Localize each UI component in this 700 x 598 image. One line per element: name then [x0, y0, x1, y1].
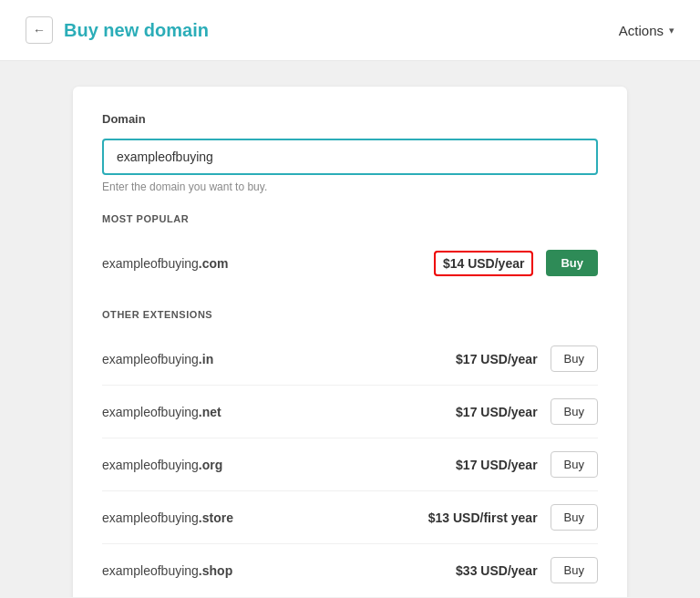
popular-domain-row: exampleofbuying.com $14 USD/year Buy [102, 237, 598, 289]
other-extensions-label: OTHER EXTENSIONS [102, 309, 598, 320]
other-domain-name: exampleofbuying.in [102, 352, 213, 366]
most-popular-label: MOST POPULAR [102, 213, 598, 224]
other-domain-row-right: $17 USD/yearBuy [456, 451, 598, 478]
top-bar-left: ← Buy new domain [26, 16, 209, 44]
other-domain-name: exampleofbuying.shop [102, 563, 232, 578]
other-domain-price: $17 USD/year [456, 405, 538, 419]
page-title: Buy new domain [64, 20, 209, 41]
other-domain-name: exampleofbuying.store [102, 510, 233, 525]
other-domain-row-right: $33 USD/yearBuy [456, 557, 598, 583]
domain-input-hint: Enter the domain you want to buy. [102, 180, 598, 193]
other-domain-row: exampleofbuying.org$17 USD/yearBuy [102, 438, 598, 491]
other-domain-price: $13 USD/first year [428, 510, 538, 525]
actions-label: Actions [619, 23, 664, 38]
other-domain-row-right: $17 USD/yearBuy [456, 398, 598, 425]
other-buy-button[interactable]: Buy [551, 504, 598, 531]
domain-section-label: Domain [102, 112, 598, 126]
other-domain-row: exampleofbuying.net$17 USD/yearBuy [102, 386, 598, 438]
popular-section: MOST POPULAR exampleofbuying.com $14 USD… [102, 213, 598, 289]
other-domain-price: $17 USD/year [456, 352, 538, 366]
other-domain-row: exampleofbuying.in$17 USD/yearBuy [102, 333, 598, 386]
other-domain-name: exampleofbuying.org [102, 458, 222, 472]
popular-domain-price: $14 USD/year [434, 251, 534, 276]
domain-input[interactable] [102, 139, 598, 175]
back-icon: ← [33, 23, 46, 37]
other-buy-button[interactable]: Buy [551, 557, 598, 583]
actions-button[interactable]: Actions ▾ [619, 23, 674, 38]
other-buy-button[interactable]: Buy [551, 451, 598, 478]
other-domains-list: exampleofbuying.in$17 USD/yearBuyexample… [102, 333, 598, 596]
popular-domain-name: exampleofbuying.com [102, 256, 229, 271]
other-buy-button[interactable]: Buy [551, 398, 598, 425]
other-domain-price: $17 USD/year [456, 458, 538, 472]
popular-buy-button[interactable]: Buy [546, 250, 598, 276]
other-buy-button[interactable]: Buy [551, 345, 598, 372]
other-domain-row: exampleofbuying.shop$33 USD/yearBuy [102, 544, 598, 596]
chevron-down-icon: ▾ [669, 25, 674, 36]
main-content: Domain Enter the domain you want to buy.… [0, 61, 700, 597]
other-domain-row: exampleofbuying.store$13 USD/first yearB… [102, 491, 598, 544]
other-domain-row-right: $13 USD/first yearBuy [428, 504, 598, 531]
other-domain-name: exampleofbuying.net [102, 405, 221, 419]
other-section: OTHER EXTENSIONS exampleofbuying.in$17 U… [102, 309, 598, 596]
other-domain-price: $33 USD/year [456, 563, 538, 578]
popular-domain-row-right: $14 USD/year Buy [434, 250, 598, 276]
other-domain-row-right: $17 USD/yearBuy [456, 345, 598, 372]
back-button[interactable]: ← [26, 16, 53, 44]
top-bar: ← Buy new domain Actions ▾ [0, 0, 700, 61]
domain-card: Domain Enter the domain you want to buy.… [73, 87, 627, 597]
